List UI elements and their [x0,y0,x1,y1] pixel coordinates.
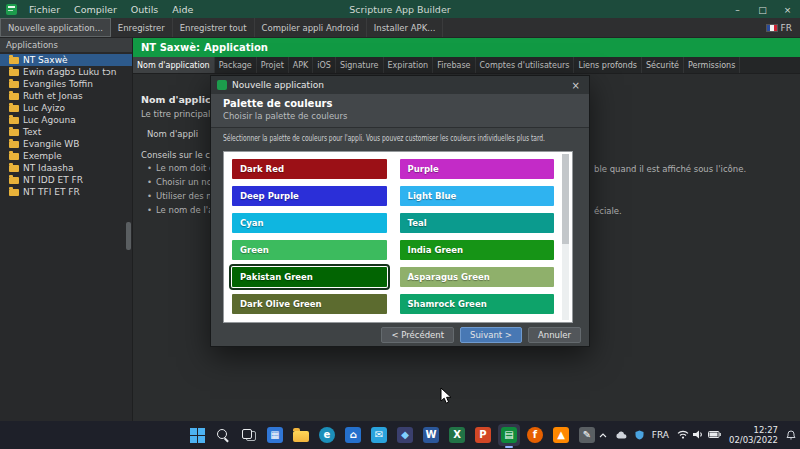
sidebar-item-ruth-et-jonas[interactable]: Ruth et Jonas [0,90,132,102]
advice-text-fragment-2: éciale. [594,206,622,216]
tab-firebase[interactable]: Firebase [433,57,475,73]
taskbar-word[interactable]: W [420,424,442,446]
menu-outils[interactable]: Outils [124,2,165,17]
toolbar-button-enregistrer[interactable]: Enregistrer [111,18,173,37]
dialog-close-icon[interactable]: × [569,80,583,91]
taskbar-task-view[interactable] [238,424,260,446]
folder-icon [9,93,19,100]
toolbar-button-installer-apk[interactable]: Installer APK... [367,18,444,37]
taskbar-scripture-app-builder[interactable]: ▤ [498,424,520,446]
sidebar-item-luc-agouna[interactable]: Luc Agouna [0,114,132,126]
palette-swatch-dark-red[interactable]: Dark Red [232,159,387,179]
dialog-buttons: < Précédent Suivant > Annuler [381,327,581,343]
palette-swatch-label: Teal [408,218,427,228]
sidebar-item-nt-idaasha[interactable]: NT Idaasha [0,162,132,174]
toolbar-button-enregistrer-tout[interactable]: Enregistrer tout [173,18,255,37]
tab-securite[interactable]: Sécurité [642,57,684,73]
tab-liens-profonds[interactable]: Liens profonds [574,57,642,73]
menu-compiler[interactable]: Compiler [67,2,124,17]
tray-chevron-icon[interactable] [599,433,607,438]
sidebar-item-luc-ayizo[interactable]: Luc Ayizo [0,102,132,114]
palette-swatch-cyan[interactable]: Cyan [232,213,387,233]
tab-permissions[interactable]: Permissions [684,57,740,73]
palette-swatch-deep-purple[interactable]: Deep Purple [232,186,387,206]
sidebar-item-nt-tfi-et-fr[interactable]: NT TFI ET FR [0,186,132,198]
notification-bell-icon[interactable] [786,430,796,440]
sidebar-item-label: Evangile WB [23,139,79,149]
taskbar-edge[interactable]: e [316,424,338,446]
palette-grid: Dark RedPurpleDeep PurpleLight BlueCyanT… [232,159,554,314]
sidebar-item-text[interactable]: Text [0,126,132,138]
wifi-icon [677,430,689,441]
tab-ios[interactable]: iOS [313,57,336,73]
palette-swatch-dark-olive-green[interactable]: Dark Olive Green [232,294,387,314]
keyboard-language[interactable]: FRA [652,430,669,440]
onedrive-cloud-icon[interactable] [615,431,627,439]
sidebar-item-evangile-wb[interactable]: Evangile WB [0,138,132,150]
sidebar-item-exemple[interactable]: Exemple [0,150,132,162]
bullet-icon: • [147,191,152,201]
sidebar-scrollbar[interactable] [126,222,131,250]
tab-package[interactable]: Package [215,57,257,73]
next-button[interactable]: Suivant > [460,327,522,343]
taskbar-search[interactable] [212,424,234,446]
taskbar-file-explorer[interactable] [290,424,312,446]
taskbar-widgets[interactable]: ▦ [264,424,286,446]
taskbar-excel[interactable]: X [446,424,468,446]
palette-swatch-label: Pakistan Green [240,272,313,282]
taskbar-firefox[interactable]: f [524,424,546,446]
taskbar-media-player[interactable]: ▲ [550,424,572,446]
palette-scrollbar[interactable] [562,154,569,320]
dialog-step-subtitle: Choisir la palette de couleurs [223,111,577,121]
sidebar-item-nt-saxwe[interactable]: NT Saxwè [0,54,132,66]
toolbar-button-nouvelle-application[interactable]: Nouvelle application... [0,18,111,37]
taskbar-photos[interactable]: ◆ [394,424,416,446]
palette-swatch-green[interactable]: Green [232,240,387,260]
sidebar-item-ewin-agb-luku-t-n[interactable]: Ewin ɗagbɔ Luku tɔn [0,66,132,78]
edge-icon: e [319,427,335,443]
clock[interactable]: 12:27 02/03/2022 [729,425,778,445]
palette-swatch-asparagus-green[interactable]: Asparagus Green [400,267,555,287]
palette-swatch-teal[interactable]: Teal [400,213,555,233]
bullet-icon: • [147,205,152,215]
tab-expiration[interactable]: Expiration [384,57,434,73]
close-icon[interactable]: × [775,3,800,15]
palette-swatch-label: Dark Olive Green [240,299,322,309]
menu-fichier[interactable]: Fichier [22,2,67,17]
folder-icon [9,69,19,76]
taskbar-mail[interactable]: ✉ [368,424,390,446]
maximize-icon[interactable]: □ [750,3,775,15]
tab-nom-d-application[interactable]: Nom d'application [133,57,215,73]
previous-button[interactable]: < Précédent [381,327,454,343]
palette-swatch-shamrock-green[interactable]: Shamrock Green [400,294,555,314]
tab-signature[interactable]: Signature [336,57,384,73]
menu-aide[interactable]: Aide [165,2,200,17]
network-volume-battery[interactable] [677,430,721,441]
minimize-icon[interactable]: – [725,3,750,15]
palette-swatch-pakistan-green[interactable]: Pakistan Green [232,267,387,287]
sidebar: Applications NT SaxwèEwin ɗagbɔ Luku tɔn… [0,38,133,421]
tab-apk[interactable]: APK [289,57,314,73]
language-indicator[interactable]: FR [758,18,800,37]
palette-swatch-purple[interactable]: Purple [400,159,555,179]
taskbar-editor[interactable]: ✎ [576,424,598,446]
new-application-dialog: Nouvelle application × Palette de couleu… [210,75,590,347]
palette-scrollbar-thumb[interactable] [562,154,569,244]
cancel-button[interactable]: Annuler [528,327,581,343]
palette-swatch-light-blue[interactable]: Light Blue [400,186,555,206]
sidebar-item-nt-idd-et-fr[interactable]: NT IDD ET FR [0,174,132,186]
palette-swatch-india-green[interactable]: India Green [400,240,555,260]
taskbar-powerpoint[interactable]: P [472,424,494,446]
taskbar-store[interactable]: ⌂ [342,424,364,446]
taskbar-start[interactable] [186,424,208,446]
sidebar-item-evangiles-toffin[interactable]: Evangiles Toffin [0,78,132,90]
app-name-field-label: Nom d'appli [147,129,198,139]
security-shield-icon[interactable] [635,430,644,440]
toolbar-button-compiler-appli-android[interactable]: Compiler appli Android [255,18,367,37]
tab-projet[interactable]: Projet [257,57,289,73]
language-label: FR [781,23,792,33]
scripture-app-builder-icon: ▤ [501,427,517,443]
folder-icon [9,81,19,88]
sidebar-item-label: Ewin ɗagbɔ Luku tɔn [23,67,116,77]
tab-comptes-d-utilisateurs[interactable]: Comptes d'utilisateurs [476,57,575,73]
